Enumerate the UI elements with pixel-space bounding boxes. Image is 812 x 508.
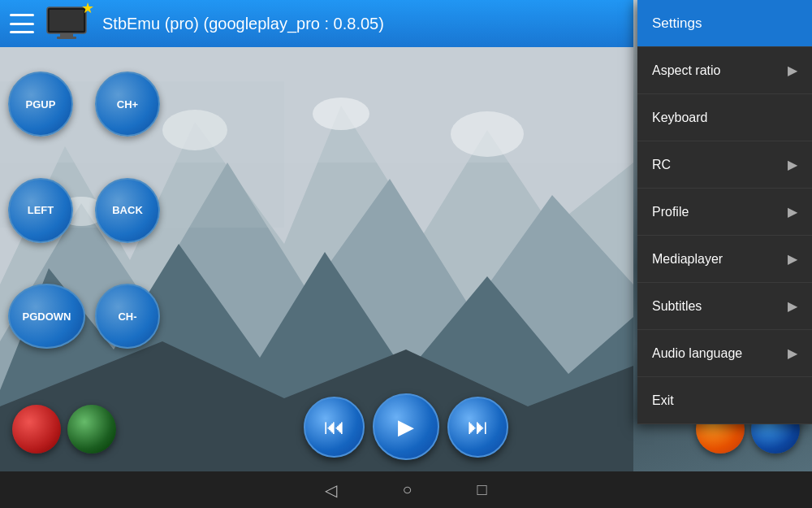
menu-item-aspect-ratio[interactable]: Aspect ratio▶ — [637, 47, 812, 94]
ch-minus-button[interactable]: CH- — [95, 284, 160, 349]
menu-item-settings[interactable]: Settings — [637, 0, 812, 47]
menu-item-arrow-profile: ▶ — [788, 204, 797, 219]
ch-plus-button[interactable]: CH+ — [95, 72, 160, 137]
star-icon: ★ — [81, 0, 94, 17]
menu-item-label-audio-language: Audio language — [652, 346, 742, 361]
recent-nav-button[interactable]: □ — [477, 480, 487, 499]
menu-item-rc[interactable]: RC▶ — [637, 141, 812, 189]
menu-item-keyboard[interactable]: Keyboard — [637, 94, 812, 141]
tv-icon-container: ★ — [44, 4, 89, 43]
home-nav-button[interactable]: ○ — [402, 480, 412, 499]
menu-item-label-profile: Profile — [652, 205, 689, 219]
menu-item-arrow-audio-language: ▶ — [788, 345, 797, 361]
menu-item-arrow-mediaplayer: ▶ — [788, 251, 797, 267]
menu-item-arrow-aspect-ratio: ▶ — [788, 63, 797, 78]
menu-item-label-subtitles: Subtitles — [652, 299, 702, 314]
play-button[interactable]: ▶ — [373, 393, 439, 460]
dropdown-menu: SettingsAspect ratio▶KeyboardRC▶Profile▶… — [637, 0, 812, 424]
menu-item-arrow-rc: ▶ — [788, 157, 797, 172]
top-bar: ★ StbEmu (pro) (googleplay_pro : 0.8.05) — [0, 0, 633, 47]
svg-rect-14 — [57, 37, 76, 39]
svg-point-6 — [451, 111, 524, 157]
back-button[interactable]: BACK — [95, 178, 160, 243]
back-nav-button[interactable]: ◁ — [325, 480, 337, 500]
menu-item-subtitles[interactable]: Subtitles▶ — [637, 283, 812, 330]
menu-item-label-rc: RC — [652, 158, 671, 172]
pgup-button[interactable]: PGUP — [8, 72, 73, 137]
menu-item-label-mediaplayer: Mediaplayer — [652, 252, 723, 267]
nav-bar: ◁ ○ □ — [0, 471, 812, 508]
svg-rect-12 — [50, 10, 84, 31]
menu-icon[interactable] — [10, 14, 34, 33]
svg-point-5 — [313, 98, 369, 130]
menu-item-audio-language[interactable]: Audio language▶ — [637, 330, 812, 377]
svg-rect-13 — [60, 33, 73, 37]
menu-item-label-exit: Exit — [652, 393, 674, 408]
rewind-button[interactable]: ⏮ — [304, 397, 365, 458]
menu-item-label-keyboard: Keyboard — [652, 111, 708, 125]
menu-item-label-settings: Settings — [652, 15, 702, 32]
menu-item-arrow-subtitles: ▶ — [788, 298, 797, 314]
menu-item-mediaplayer[interactable]: Mediaplayer▶ — [637, 236, 812, 283]
left-button[interactable]: LEFT — [8, 178, 73, 243]
forward-button[interactable]: ⏭ — [447, 397, 508, 458]
menu-item-exit[interactable]: Exit — [637, 377, 812, 424]
pgdown-button[interactable]: PGDOWN — [8, 284, 85, 349]
controls-panel: PGUP CH+ LEFT BACK PGDOWN CH- — [0, 47, 179, 405]
menu-item-label-aspect-ratio: Aspect ratio — [652, 63, 720, 78]
app-title: StbEmu (pro) (googleplay_pro : 0.8.05) — [102, 15, 384, 33]
menu-item-profile[interactable]: Profile▶ — [637, 189, 812, 236]
